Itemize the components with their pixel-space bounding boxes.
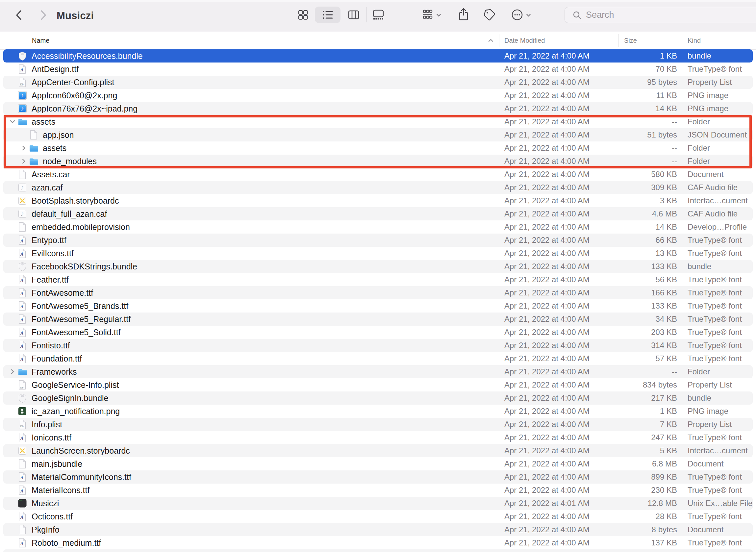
file-kind: Unix Ex…able File — [688, 497, 755, 510]
tag-icon — [482, 8, 497, 22]
file-name-cell: assets — [0, 115, 499, 128]
file-size: 309 KB — [618, 181, 677, 194]
file-row[interactable]: FrameworksApr 21, 2022 at 4:00 AM--Folde… — [0, 365, 756, 378]
file-row[interactable]: node_modulesApr 21, 2022 at 4:00 AM--Fol… — [0, 155, 756, 168]
disclosure-chevron-right-icon[interactable] — [9, 365, 16, 378]
file-size: 95 bytes — [618, 76, 677, 89]
file-row[interactable]: AIonicons.ttfApr 21, 2022 at 4:00 AM247 … — [0, 431, 756, 444]
file-row[interactable]: AFontAwesome5_Regular.ttfApr 21, 2022 at… — [0, 312, 756, 326]
file-row[interactable]: PLISTAppCenter-Config.plistApr 21, 2022 … — [0, 76, 756, 89]
back-button[interactable] — [12, 8, 26, 22]
file-row[interactable]: PLISTGoogleService-Info.plistApr 21, 202… — [0, 378, 756, 392]
list-view-button[interactable] — [320, 8, 335, 22]
file-date-modified: Apr 21, 2022 at 4:00 AM — [504, 102, 616, 115]
file-kind: PNG image — [688, 89, 755, 102]
disclosure-chevron-right-icon[interactable] — [20, 141, 28, 155]
file-row[interactable]: GoogleSignIn.bundleApr 21, 2022 at 4:00 … — [0, 392, 756, 405]
file-row[interactable]: Assets.carApr 21, 2022 at 4:00 AM580 KBD… — [0, 168, 756, 181]
file-row[interactable]: AFoundation.ttfApr 21, 2022 at 4:00 AM57… — [0, 352, 756, 365]
file-row[interactable]: ♪default_full_azan.cafApr 21, 2022 at 4:… — [0, 207, 756, 221]
file-date-modified: Apr 21, 2022 at 4:00 AM — [504, 286, 616, 299]
file-row[interactable]: AFontisto.ttfApr 21, 2022 at 4:00 AM314 … — [0, 339, 756, 352]
column-header-size[interactable]: Size — [624, 32, 637, 49]
list-view-icon — [320, 8, 335, 22]
svg-text:♪: ♪ — [21, 185, 24, 190]
file-size: -- — [618, 141, 677, 155]
column-divider[interactable] — [682, 34, 682, 47]
file-row[interactable]: PkgInfoApr 21, 2022 at 4:00 AM8 bytesDoc… — [0, 523, 756, 536]
file-row[interactable]: AOcticons.ttfApr 21, 2022 at 4:00 AM28 K… — [0, 510, 756, 523]
file-date-modified: Apr 21, 2022 at 4:00 AM — [504, 247, 616, 260]
disclosure-chevron-down-icon[interactable] — [9, 115, 16, 128]
grid-view-icon — [296, 8, 310, 22]
file-row[interactable]: BootSplash.storyboardcApr 21, 2022 at 4:… — [0, 194, 756, 207]
file-row[interactable]: ♪AppIcon76x76@2x~ipad.pngApr 21, 2022 at… — [0, 102, 756, 115]
disclosure-chevron-right-icon[interactable] — [20, 155, 28, 168]
column-header-name[interactable]: Name — [32, 32, 49, 49]
share-button[interactable] — [456, 7, 471, 22]
search-input[interactable]: Search — [565, 7, 756, 23]
column-view-button[interactable] — [346, 8, 361, 22]
file-row[interactable]: AFontAwesome5_Solid.ttfApr 21, 2022 at 4… — [0, 326, 756, 339]
file-name-cell: AEntypo.ttf — [0, 234, 499, 247]
file-row[interactable]: ARoboto_medium.ttfApr 21, 2022 at 4:00 A… — [0, 536, 756, 549]
file-kind: TrueType® font — [688, 299, 755, 312]
file-size: 7 KB — [618, 418, 677, 431]
file-name: AccessibilityResources.bundle — [32, 51, 143, 61]
gallery-view-button[interactable] — [371, 8, 386, 22]
more-options-button[interactable] — [510, 8, 531, 22]
file-kind: TrueType® font — [688, 286, 755, 299]
file-name: azan.caf — [32, 183, 63, 192]
file-row[interactable]: assetsApr 21, 2022 at 4:00 AM--Folder — [0, 115, 756, 128]
font-file-icon: A — [17, 354, 27, 364]
disclosure-spacer — [9, 247, 16, 260]
plist-file-icon: PLIST — [17, 419, 27, 429]
column-divider[interactable] — [618, 34, 619, 47]
font-file-icon: A — [17, 472, 27, 482]
column-header-kind[interactable]: Kind — [688, 32, 701, 49]
file-row[interactable]: app.jsonApr 21, 2022 at 4:00 AM51 bytesJ… — [0, 128, 756, 141]
file-name: FontAwesome5_Solid.ttf — [32, 328, 121, 337]
disclosure-spacer — [9, 89, 16, 102]
file-row[interactable]: main.jsbundleApr 21, 2022 at 4:00 AM6.8 … — [0, 457, 756, 470]
file-row[interactable]: embedded.mobileprovisionApr 21, 2022 at … — [0, 221, 756, 234]
file-name: AntDesign.ttf — [32, 64, 79, 74]
file-row[interactable]: LaunchScreen.storyboardcApr 21, 2022 at … — [0, 444, 756, 457]
file-row[interactable]: ic_azan_notification.pngApr 21, 2022 at … — [0, 405, 756, 418]
svg-text:PLIST: PLIST — [20, 387, 24, 388]
file-row[interactable]: ♪azan.cafApr 21, 2022 at 4:00 AM309 KBCA… — [0, 181, 756, 194]
file-row[interactable]: AEvilIcons.ttfApr 21, 2022 at 4:00 AM13 … — [0, 247, 756, 260]
disclosure-spacer — [9, 286, 16, 299]
file-name: Info.plist — [32, 420, 62, 429]
grid-view-button[interactable] — [296, 8, 310, 22]
file-row[interactable]: FacebookSDKStrings.bundleApr 21, 2022 at… — [0, 260, 756, 273]
file-name-cell: AAntDesign.ttf — [0, 62, 499, 76]
column-divider[interactable] — [499, 34, 499, 47]
file-row[interactable]: AAntDesign.ttfApr 21, 2022 at 4:00 AM70 … — [0, 62, 756, 76]
file-row[interactable]: AccessibilityResources.bundleApr 21, 202… — [0, 49, 756, 62]
disclosure-spacer — [9, 102, 16, 115]
file-row[interactable]: AMaterialCommunityIcons.ttfApr 21, 2022 … — [0, 470, 756, 484]
file-row[interactable]: MusicziApr 21, 2022 at 4:01 AM12.8 MBUni… — [0, 497, 756, 510]
file-row[interactable]: AEntypo.ttfApr 21, 2022 at 4:00 AM66 KBT… — [0, 234, 756, 247]
font-file-icon: A — [17, 327, 27, 337]
disclosure-spacer — [9, 339, 16, 352]
file-row[interactable]: AFontAwesome.ttfApr 21, 2022 at 4:00 AM1… — [0, 286, 756, 299]
column-header-date[interactable]: Date Modified — [504, 32, 545, 49]
file-row[interactable]: AFontAwesome5_Brands.ttfApr 21, 2022 at … — [0, 299, 756, 312]
forward-button[interactable] — [36, 8, 50, 22]
file-row[interactable]: AMaterialIcons.ttfApr 21, 2022 at 4:00 A… — [0, 484, 756, 497]
tags-button[interactable] — [482, 8, 497, 22]
file-row[interactable]: AFeather.ttfApr 21, 2022 at 4:00 AM56 KB… — [0, 273, 756, 286]
disclosure-spacer — [9, 352, 16, 365]
file-name-cell: embedded.mobileprovision — [0, 221, 499, 234]
file-name-cell: AOcticons.ttf — [0, 510, 499, 523]
file-kind: TrueType® font — [688, 62, 755, 76]
file-size: 1 KB — [618, 49, 677, 62]
group-by-button[interactable] — [421, 8, 441, 22]
chevron-down-icon — [436, 8, 441, 22]
file-kind: TrueType® font — [688, 431, 755, 444]
file-row[interactable]: ♪AppIcon60x60@2x.pngApr 21, 2022 at 4:00… — [0, 89, 756, 102]
file-row[interactable]: assetsApr 21, 2022 at 4:00 AM--Folder — [0, 141, 756, 155]
file-row[interactable]: PLISTInfo.plistApr 21, 2022 at 4:00 AM7 … — [0, 418, 756, 431]
